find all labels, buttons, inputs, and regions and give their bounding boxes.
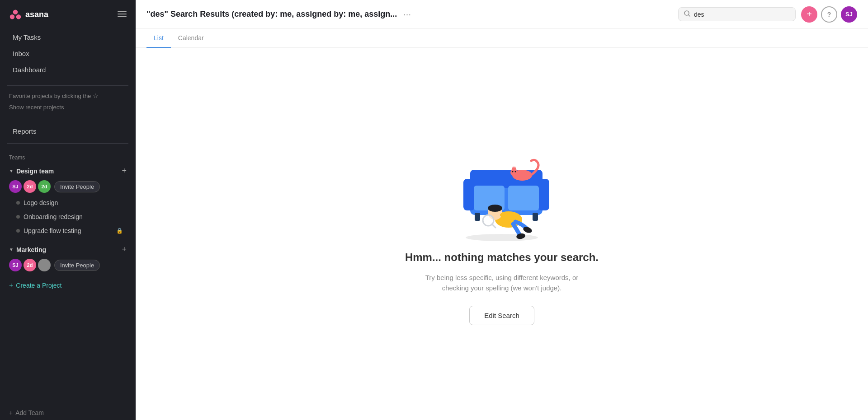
svg-marker-20 [514, 166, 516, 169]
marketing-team-members: SJ 2d Invite People [0, 256, 136, 274]
show-recent-projects[interactable]: Show recent projects [0, 102, 136, 115]
teams-label: Teams [0, 151, 136, 163]
search-input[interactable] [694, 11, 790, 18]
project-item-upgrade-flow[interactable]: Upgrade flow testing 🔒 [4, 224, 132, 238]
svg-rect-4 [118, 14, 127, 14]
lock-icon: 🔒 [116, 228, 123, 234]
add-project-to-design-team-button[interactable]: + [122, 166, 127, 176]
sidebar-item-inbox[interactable]: Inbox [4, 46, 132, 61]
empty-state-subtitle: Try being less specific, using different… [411, 273, 592, 293]
edit-search-button[interactable]: Edit Search [469, 306, 534, 325]
team-marketing-header[interactable]: ▼ Marketing + [0, 241, 136, 256]
sidebar: asana My Tasks Inbox Dashboard Favorite … [0, 0, 136, 420]
sidebar-item-dashboard[interactable]: Dashboard [4, 62, 132, 78]
help-button[interactable]: ? [821, 6, 837, 23]
sidebar-item-reports[interactable]: Reports [4, 123, 132, 139]
tab-calendar[interactable]: Calendar [171, 29, 211, 48]
svg-line-7 [689, 15, 690, 16]
divider-2 [7, 119, 128, 119]
main-content: "des" Search Results (created by: me, as… [136, 0, 868, 420]
svg-rect-13 [533, 213, 538, 221]
tab-list[interactable]: List [146, 29, 171, 48]
svg-rect-12 [475, 213, 480, 221]
star-icon: ☆ [93, 92, 99, 99]
top-bar-right: + ? SJ [678, 6, 857, 23]
divider-3 [7, 143, 128, 144]
top-bar: "des" Search Results (created by: me, as… [136, 0, 868, 29]
svg-point-21 [512, 171, 514, 173]
avatar-gray-marketing [38, 259, 51, 271]
avatar-2d-2-design: 2d [38, 180, 51, 193]
svg-point-25 [488, 205, 502, 212]
svg-rect-5 [118, 16, 127, 17]
chevron-down-icon: ▼ [9, 247, 14, 252]
empty-illustration [443, 143, 561, 242]
favorites-hint: Favorite projects by clicking the ☆ [0, 89, 136, 102]
new-task-button[interactable]: + [801, 6, 817, 23]
more-options-button[interactable]: ··· [401, 9, 413, 19]
design-team-members: SJ 2d 2d Invite People [0, 177, 136, 196]
svg-rect-3 [118, 11, 127, 12]
project-dot-icon [16, 215, 20, 219]
chevron-down-icon: ▼ [9, 168, 14, 173]
svg-point-18 [511, 168, 517, 175]
project-item-logo-design[interactable]: Logo design [4, 196, 132, 210]
avatar-sj-marketing: SJ [9, 259, 22, 271]
sidebar-item-my-tasks[interactable]: My Tasks [4, 29, 132, 45]
page-title-area: "des" Search Results (created by: me, as… [146, 9, 413, 19]
avatar-sj-design: SJ [9, 180, 22, 193]
svg-point-2 [16, 14, 21, 19]
svg-point-0 [13, 10, 18, 15]
team-marketing-name: Marketing [16, 246, 46, 253]
team-design-name: Design team [16, 168, 54, 175]
svg-line-29 [492, 224, 495, 228]
invite-people-design-button[interactable]: Invite People [54, 181, 100, 192]
project-dot-icon [16, 229, 20, 233]
plus-icon: + [9, 281, 13, 289]
asana-logo[interactable]: asana [9, 8, 48, 21]
invite-people-marketing-button[interactable]: Invite People [54, 260, 100, 271]
svg-rect-15 [508, 186, 539, 210]
empty-state: Hmm... nothing matches your search. Try … [136, 48, 868, 420]
app-name: asana [25, 10, 48, 19]
svg-rect-9 [470, 170, 542, 188]
page-title: "des" Search Results (created by: me, as… [146, 9, 397, 19]
plus-icon: + [9, 409, 13, 416]
teams-section: Teams ▼ Design team + SJ 2d 2d Invite Pe… [0, 147, 136, 278]
search-icon [684, 10, 690, 18]
svg-point-1 [10, 14, 15, 19]
project-name: Logo design [24, 199, 58, 206]
divider-1 [7, 85, 128, 86]
team-design-header[interactable]: ▼ Design team + [0, 163, 136, 177]
project-item-onboarding-redesign[interactable]: Onboarding redesign [4, 210, 132, 224]
search-box[interactable] [678, 7, 796, 21]
svg-point-30 [466, 234, 538, 241]
project-dot-icon [16, 201, 20, 205]
sidebar-toggle[interactable] [118, 10, 127, 19]
create-project-button[interactable]: + Create a Project [0, 278, 136, 293]
user-avatar[interactable]: SJ [841, 6, 857, 23]
add-project-to-marketing-team-button[interactable]: + [122, 245, 127, 254]
add-team-button[interactable]: + Add Team [0, 406, 136, 420]
avatar-2d-1-design: 2d [24, 180, 36, 193]
empty-state-title: Hmm... nothing matches your search. [405, 251, 599, 264]
sidebar-navigation: My Tasks Inbox Dashboard [0, 25, 136, 82]
avatar-2d-marketing: 2d [24, 259, 36, 271]
svg-rect-10 [463, 179, 475, 210]
svg-point-22 [515, 171, 516, 173]
svg-rect-11 [538, 179, 549, 210]
project-name: Upgrade flow testing [24, 227, 81, 234]
sidebar-header: asana [0, 0, 136, 25]
project-name: Onboarding redesign [24, 213, 83, 220]
tabs-bar: List Calendar [136, 29, 868, 48]
top-bar-actions: + ? SJ [801, 6, 857, 23]
